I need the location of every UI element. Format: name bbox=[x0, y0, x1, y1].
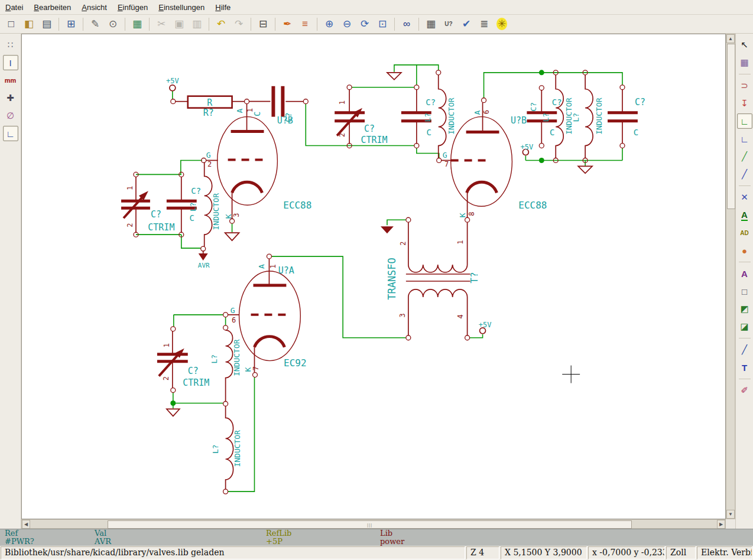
add-wire-button[interactable]: ∟ bbox=[737, 113, 752, 129]
schematic-text: ECC88 bbox=[283, 200, 311, 211]
print-button[interactable]: ⊟ bbox=[255, 16, 271, 32]
menu-einfügen[interactable]: Einfügen bbox=[112, 1, 153, 14]
add-junction-button[interactable]: ● bbox=[737, 243, 752, 258]
cvpcb-button[interactable]: ✳ bbox=[494, 16, 510, 32]
import-sheet-pin-button[interactable]: ◩ bbox=[737, 301, 752, 317]
hierarchy-sheets-icon: ▦ bbox=[132, 18, 142, 30]
scroll-up-button[interactable]: ▲ bbox=[726, 34, 735, 43]
hierarchy-navigation-button[interactable]: ▦ bbox=[737, 55, 752, 70]
add-bus-button[interactable]: ∟ bbox=[737, 131, 752, 146]
add-label-button[interactable]: A bbox=[737, 207, 752, 223]
add-text-button[interactable]: T bbox=[737, 360, 752, 375]
scroll-right-button[interactable]: ▶ bbox=[717, 520, 725, 529]
menu-bearbeiten[interactable]: Bearbeiten bbox=[28, 1, 76, 14]
units-inch-button[interactable]: I bbox=[3, 55, 18, 70]
library-browser-button[interactable]: ⊙ bbox=[105, 16, 121, 32]
add-hierarchical-label-button[interactable]: A bbox=[737, 266, 752, 281]
save-project-button[interactable]: ▤ bbox=[38, 16, 55, 32]
hierarchy-navigator-button[interactable]: ▦ bbox=[129, 16, 145, 32]
zoom-out-icon: ⊖ bbox=[343, 18, 351, 30]
schematic-canvas[interactable]: +5VRR?A1CU?BC?G2K3ECC8812C?CTRIMC?CL?IND… bbox=[21, 34, 726, 519]
refresh-icon: ⟳ bbox=[361, 18, 369, 30]
redraw-button[interactable]: ⟳ bbox=[356, 16, 373, 32]
redo-button[interactable]: ↷ bbox=[231, 16, 247, 32]
schematic-text: 1 bbox=[269, 264, 277, 268]
scroll-left-button[interactable]: ◀ bbox=[22, 520, 30, 529]
schematic-text: 3 bbox=[232, 213, 241, 217]
schematic-text: C bbox=[190, 213, 194, 223]
no-connect-cross-icon: ✕ bbox=[741, 192, 748, 203]
plot-list-button[interactable]: ≡ bbox=[297, 16, 313, 32]
ortho-mode-button[interactable]: ∟ bbox=[3, 126, 18, 141]
netlist-button[interactable]: ▦ bbox=[423, 16, 439, 32]
zoom-fit-button[interactable]: ⊡ bbox=[374, 16, 391, 32]
schematic-text: 1 bbox=[163, 343, 171, 347]
hidden-pins-button[interactable]: ∅ bbox=[3, 108, 18, 123]
add-sheet-button[interactable]: □ bbox=[737, 284, 752, 299]
vertical-scrollbar[interactable]: ▲ ▼ bbox=[726, 34, 735, 519]
toolbar-separator bbox=[59, 18, 59, 31]
toolbar-separator bbox=[317, 18, 317, 31]
horizontal-scroll-thumb[interactable]: ||| bbox=[108, 520, 632, 529]
menu-einstellungen[interactable]: Einstellungen bbox=[153, 1, 210, 14]
schematic-text: A bbox=[473, 110, 482, 115]
undo-button[interactable]: ↶ bbox=[213, 16, 229, 32]
zoom-in-button[interactable]: ⊕ bbox=[321, 16, 337, 32]
vertical-scroll-thumb[interactable] bbox=[727, 44, 735, 209]
cut-button[interactable]: ✂ bbox=[153, 16, 170, 32]
add-power-button[interactable]: ↧ bbox=[737, 96, 752, 111]
add-component-button[interactable]: ⊃ bbox=[737, 78, 752, 93]
horizontal-scrollbar[interactable]: ◀ ||| ▶ bbox=[21, 519, 726, 529]
new-schematic-button[interactable]: □ bbox=[3, 16, 20, 32]
schematic-text: K bbox=[458, 213, 467, 217]
schematic-text: L? bbox=[189, 202, 197, 211]
toolbar-separator bbox=[251, 18, 251, 31]
paste-button[interactable]: ▥ bbox=[189, 16, 205, 32]
add-wire-entry-button[interactable]: ╱ bbox=[737, 149, 752, 164]
library-editor-button[interactable]: ✎ bbox=[87, 16, 103, 32]
page-settings-button[interactable]: ⊞ bbox=[63, 16, 79, 32]
bom-button[interactable]: ≣ bbox=[476, 16, 492, 32]
power-port-icon: ↧ bbox=[741, 98, 748, 109]
ground-symbol-4 bbox=[381, 226, 394, 233]
schematic-text: L? bbox=[541, 113, 550, 122]
add-line-button[interactable]: ╱ bbox=[737, 342, 752, 357]
plot-button[interactable]: ✒ bbox=[279, 16, 296, 32]
status-message: Bibliothek/usr/share/kicad/library/valve… bbox=[1, 546, 465, 559]
annotate-button[interactable]: U? bbox=[440, 16, 457, 32]
schematic-text: 4 bbox=[456, 314, 465, 318]
ground-symbol-3 bbox=[578, 166, 592, 173]
schematic-text: 8 bbox=[468, 212, 476, 216]
wire-to-bus-entry-icon: ╱ bbox=[742, 151, 747, 162]
annotate-icon: U? bbox=[444, 21, 452, 27]
menu-datei[interactable]: Datei bbox=[0, 1, 28, 14]
cursor-tool-button[interactable]: ↖ bbox=[737, 37, 752, 53]
no-connect-button[interactable]: ✕ bbox=[737, 190, 752, 205]
zoom-out-button[interactable]: ⊖ bbox=[339, 16, 355, 32]
erc-button[interactable]: ✔ bbox=[458, 16, 475, 32]
cursor-shape-button[interactable]: ✚ bbox=[3, 90, 18, 106]
units-mm-button[interactable]: mm bbox=[3, 73, 18, 88]
grid-toggle-button[interactable]: ∷ bbox=[3, 37, 18, 53]
panel-field-value: power bbox=[380, 538, 404, 546]
power-port-5v-1 bbox=[170, 85, 176, 91]
schematic-text: K bbox=[244, 367, 252, 372]
menu-ansicht[interactable]: Ansicht bbox=[76, 1, 112, 14]
open-schematic-button[interactable]: ◧ bbox=[21, 16, 37, 32]
schematic-text: +5V bbox=[521, 143, 534, 151]
schematic-text: G bbox=[443, 151, 447, 159]
cvpcb-icon: ✳ bbox=[496, 18, 507, 30]
add-sheet-pin-button[interactable]: ◪ bbox=[737, 319, 752, 334]
scroll-down-button[interactable]: ▼ bbox=[726, 510, 735, 519]
toolbar-separator bbox=[209, 18, 209, 31]
copy-button[interactable]: ▣ bbox=[171, 16, 187, 32]
find-button[interactable]: ∞ bbox=[398, 16, 415, 32]
menu-hilfe[interactable]: Hilfe bbox=[210, 1, 236, 14]
schematic-text: L? bbox=[572, 113, 580, 122]
delete-button[interactable]: ✐ bbox=[737, 383, 752, 398]
add-bus-entry-button[interactable]: ╱ bbox=[737, 167, 752, 182]
schematic-text: R bbox=[207, 97, 212, 108]
schematic-text: 7 bbox=[252, 366, 260, 370]
add-global-label-button[interactable]: AD bbox=[737, 225, 752, 240]
schematic-text: L? bbox=[211, 444, 220, 454]
